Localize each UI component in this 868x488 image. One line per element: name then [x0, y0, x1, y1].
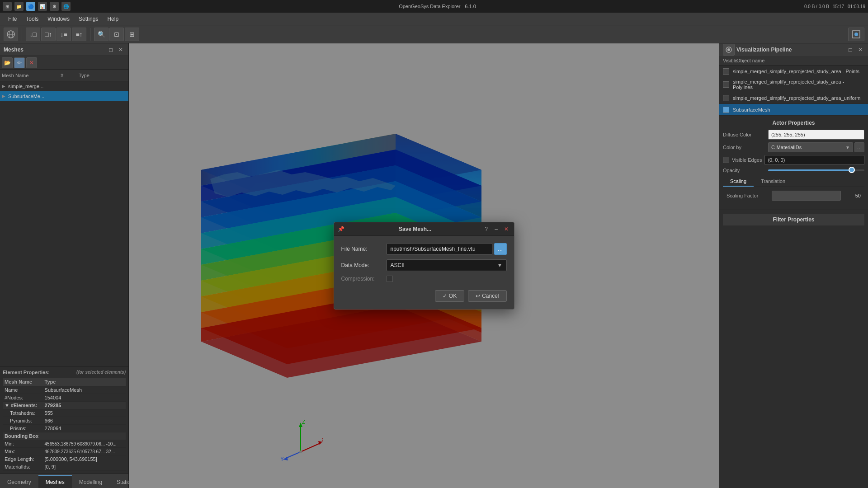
props-table: Mesh Name Type Name SubsurfaceMesh #Node…	[3, 378, 126, 471]
modal-select-arrow: ▼	[497, 262, 503, 268]
visible-edges-checkbox[interactable]	[723, 157, 729, 163]
taskbar-icon-6[interactable]: 🌐	[61, 2, 71, 11]
save-mesh-modal: 📌 Save Mesh... ? – ✕ File Name: nput/msh…	[334, 222, 514, 310]
menu-help[interactable]: Help	[103, 14, 123, 24]
modal-data-mode-value: ASCII	[391, 262, 405, 268]
modal-browse-btn[interactable]: …	[494, 243, 507, 255]
props-nodes-label: #Nodes:	[3, 394, 43, 402]
st-tab-translation[interactable]: Translation	[754, 177, 793, 187]
taskbar-icon-3[interactable]: 🔵	[26, 2, 35, 11]
color-by-dropdown[interactable]: C-MaterialIDs ▼	[768, 142, 853, 152]
modal-file-name-label: File Name:	[341, 246, 387, 252]
mesh-edit-btn[interactable]: ✏	[14, 57, 25, 68]
modal-data-mode-select[interactable]: ASCII ▼	[387, 259, 507, 271]
vis-checkbox-2[interactable]	[723, 95, 729, 101]
bottom-tabs: Geometry Meshes Modelling Stations	[0, 474, 128, 488]
taskbar-icon-4[interactable]: 📊	[38, 2, 47, 11]
toolbar-btn-view-icon[interactable]	[848, 28, 864, 41]
diffuse-color-value[interactable]: (255, 255, 255)	[768, 130, 864, 140]
taskbar-icon-2[interactable]: 📁	[14, 2, 24, 11]
menu-tools[interactable]: Tools	[21, 14, 43, 24]
table-row: #Nodes: 154004	[3, 394, 126, 402]
scaling-factor-input[interactable]	[772, 191, 841, 201]
vis-pipeline: Visualization Pipeline ◻ ✕ Visible Objec…	[719, 43, 868, 116]
props-matids-value: [0, 9]	[43, 463, 126, 471]
modal-ok-btn[interactable]: ✓ OK	[435, 290, 464, 302]
opacity-slider[interactable]	[768, 169, 864, 171]
table-row: Tetrahedra: 555	[3, 409, 126, 417]
tab-modelling[interactable]: Modelling	[72, 475, 109, 488]
actor-properties: Actor Properties Diffuse Color (255, 255…	[719, 116, 868, 210]
modal-file-name-input[interactable]: nput/msh/SubsurfaceMesh_fine.vtu	[387, 243, 492, 255]
meshes-close-btn[interactable]: ✕	[117, 46, 125, 54]
diffuse-color-row: Diffuse Color (255, 255, 255)	[723, 130, 864, 140]
elem-props-header: Element Properties: (for selected elemen…	[3, 370, 126, 375]
vis-row-2[interactable]: simple_merged_simplify_reprojected_study…	[719, 92, 868, 104]
mesh-row-0[interactable]: ▶ simple_merge...	[0, 81, 128, 91]
meshes-pin-btn[interactable]: ◻	[107, 46, 115, 54]
mesh-col-type-header: Type	[79, 73, 127, 78]
mesh-col-name-header: Mesh Name	[2, 73, 61, 78]
vis-row-3[interactable]: SubsurfaceMesh	[719, 104, 868, 116]
taskbar-icon-5[interactable]: ⚙	[50, 2, 59, 11]
vis-row-1[interactable]: simple_merged_simplify_reprojected_study…	[719, 77, 868, 92]
visible-edges-color[interactable]: (0, 0, 0)	[764, 155, 864, 165]
toolbar-sep-2	[90, 28, 90, 41]
st-tab-scaling[interactable]: Scaling	[723, 177, 754, 187]
actor-props-title: Actor Properties	[723, 120, 864, 126]
app-window: File Tools Windows Settings Help ↓□ □↑ ↓…	[0, 13, 868, 488]
toolbar-btn-zoom[interactable]: 🔍	[94, 28, 108, 41]
modal-min-btn[interactable]: –	[492, 225, 500, 233]
vis-checkbox-1[interactable]	[723, 81, 729, 88]
menu-settings[interactable]: Settings	[74, 14, 103, 24]
vis-row-0[interactable]: simple_merged_simplify_reprojected_study…	[719, 66, 868, 77]
modal-compression-checkbox[interactable]	[387, 276, 393, 282]
viewport[interactable]: Z X Y 📌 Save Mesh...	[129, 43, 719, 488]
vis-pin-btn[interactable]: ◻	[846, 46, 854, 54]
opacity-handle[interactable]	[849, 167, 855, 173]
toolbar-group-1	[4, 28, 18, 41]
taskbar-title: OpenGeoSys Data Explorer - 6.1.0	[71, 4, 804, 9]
tab-meshes[interactable]: Meshes	[38, 475, 72, 488]
toolbar-group-3: 🔍 ⊡ ⊞	[94, 28, 139, 41]
toolbar-btn-import2[interactable]: ↓≡	[57, 28, 71, 41]
mesh-list-header: Mesh Name # Type	[0, 70, 128, 81]
modal-help-btn[interactable]: ?	[482, 225, 491, 233]
toolbar-btn-export[interactable]: □↑	[41, 28, 56, 41]
modal-title-controls: ? – ✕	[482, 225, 510, 233]
filter-properties: Filter Properties	[719, 210, 868, 231]
vis-row-name-0: simple_merged_simplify_reprojected_study…	[733, 69, 859, 74]
visible-edges-label: Visible Edges	[732, 157, 762, 163]
toolbar-btn-import[interactable]: ↓□	[26, 28, 40, 41]
menu-file[interactable]: File	[4, 14, 21, 24]
taskbar-date: 01:03.19	[848, 4, 865, 9]
vis-list: simple_merged_simplify_reprojected_study…	[719, 66, 868, 116]
props-min-value: 456553.186759 6089079.06... -10...	[43, 440, 126, 448]
props-matids-label: MaterialIds:	[3, 463, 43, 471]
filter-props-title: Filter Properties	[723, 214, 864, 225]
vis-camera-btn[interactable]	[723, 44, 735, 56]
diffuse-color-label: Diffuse Color	[723, 132, 768, 137]
modal-cancel-btn[interactable]: ↩ Cancel	[468, 290, 506, 302]
taskbar-icon-1[interactable]: ⊞	[3, 2, 12, 11]
color-by-edit-btn[interactable]: …	[854, 142, 864, 152]
toolbar-btn-view1[interactable]: ⊡	[109, 28, 124, 41]
vis-close-btn[interactable]: ✕	[856, 46, 864, 54]
modal-file-name-row: File Name: nput/msh/SubsurfaceMesh_fine.…	[341, 243, 507, 255]
modal-buttons: ✓ OK ↩ Cancel	[341, 286, 507, 302]
modal-close-btn[interactable]: ✕	[502, 225, 510, 233]
mesh-open-btn[interactable]: 📂	[2, 57, 13, 68]
toolbar-btn-export2[interactable]: ≡↑	[72, 28, 86, 41]
modal-title-bar: 📌 Save Mesh... ? – ✕	[334, 222, 514, 236]
mesh-delete-btn[interactable]: ✕	[26, 57, 37, 68]
toolbar-btn-globe[interactable]	[4, 28, 18, 41]
menu-windows[interactable]: Windows	[43, 14, 74, 24]
toolbar-btn-view2[interactable]: ⊞	[125, 28, 139, 41]
svg-point-4	[854, 33, 858, 36]
tab-geometry[interactable]: Geometry	[0, 475, 38, 488]
content-area: Meshes ◻ ✕ 📂 ✏ ✕ Mesh Name # Type ▶ sim	[0, 43, 868, 488]
vis-checkbox-0[interactable]	[723, 68, 729, 75]
props-bbox-label: Bounding Box	[3, 432, 126, 440]
mesh-row-1[interactable]: ▶ SubsurfaceMe...	[0, 91, 128, 101]
vis-checkbox-3[interactable]	[723, 107, 729, 113]
